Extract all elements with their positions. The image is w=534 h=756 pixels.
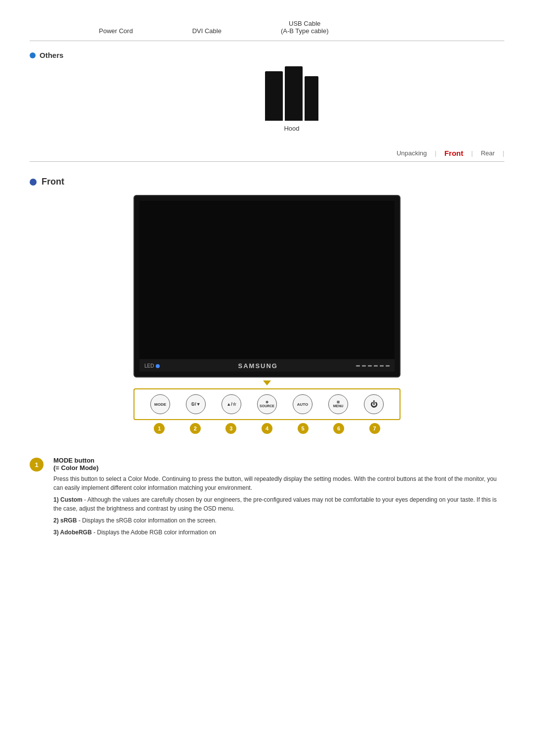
desc-para-3: 2) sRGB - Displays the sRGB color inform…: [53, 516, 504, 525]
control-panel: MODE ①/▼ ▲/☆ ⊕ SOURCE: [134, 388, 400, 420]
hood-area: Hood: [79, 66, 504, 132]
desc-para-1: Press this button to select a Color Mode…: [53, 474, 504, 492]
auto-circle[interactable]: AUTO: [293, 394, 312, 414]
monitor-screen: [139, 201, 395, 359]
brightness-circle[interactable]: ▲/☆: [222, 394, 241, 414]
badge-2: 2: [190, 423, 201, 434]
arrow-down-icon: [263, 380, 271, 385]
source-label: SOURCE: [260, 404, 274, 408]
hood-label: Hood: [284, 125, 299, 132]
updown-circle[interactable]: ①/▼: [186, 394, 206, 414]
monitor-btn-6: [386, 365, 390, 367]
dvi-cable-label: DVI Cable: [192, 27, 222, 35]
desc-para-2: 1) Custom - Although the values are care…: [53, 495, 504, 513]
source-circle[interactable]: ⊕ SOURCE: [257, 394, 277, 414]
monitor-bottom-bar: LED SAMSUNG: [139, 359, 395, 372]
badge-1: 1: [154, 423, 165, 434]
monitor-btn-4: [374, 365, 378, 367]
monitor-btn-1: [356, 365, 360, 367]
tab-front[interactable]: Front: [437, 147, 471, 159]
ctrl-mode-btn[interactable]: MODE: [150, 394, 170, 414]
mode-circle[interactable]: MODE: [150, 394, 170, 414]
hood-piece-center: [285, 66, 303, 121]
desc-badge-1: 1: [30, 458, 44, 472]
tab-rear[interactable]: Rear: [473, 147, 502, 159]
front-title: Front: [42, 177, 64, 187]
nav-tabs: Unpacking | Front | Rear |: [30, 147, 504, 162]
auto-symbol: AUTO: [297, 402, 309, 407]
others-dot-icon: [30, 52, 36, 58]
badge-5: 5: [298, 423, 309, 434]
menu-circle[interactable]: ⊞ MENU: [328, 394, 348, 414]
hood-image: [265, 66, 318, 121]
tab-unpacking[interactable]: Unpacking: [389, 147, 435, 159]
ctrl-power-btn[interactable]: ⏻: [364, 394, 384, 414]
led-label: LED: [144, 363, 154, 369]
mode-symbol: MODE: [154, 402, 166, 407]
menu-label: MENU: [333, 404, 344, 408]
desc-content-1: MODE button(= Color Mode) Press this but…: [53, 457, 504, 540]
hood-piece-left: [265, 71, 283, 121]
ctrl-brightness-btn[interactable]: ▲/☆: [222, 394, 241, 414]
power-cord-item: Power Cord: [99, 27, 133, 35]
monitor-btn-3: [368, 365, 372, 367]
power-cord-label: Power Cord: [99, 27, 133, 35]
samsung-brand: SAMSUNG: [238, 362, 278, 370]
power-circle[interactable]: ⏻: [364, 394, 384, 414]
updown-symbol: ①/▼: [191, 402, 200, 407]
monitor-btn-2: [362, 365, 366, 367]
desc-title-1: MODE button(= Color Mode): [53, 457, 504, 472]
menu-symbol: ⊞: [337, 400, 340, 404]
ctrl-menu-btn[interactable]: ⊞ MENU: [328, 394, 348, 414]
usb-cable-item: USB Cable(A-B Type cable): [281, 20, 329, 35]
led-dot-icon: [156, 364, 160, 368]
hood-piece-right: [305, 76, 318, 121]
desc-section: 1 MODE button(= Color Mode) Press this b…: [30, 457, 504, 540]
power-symbol: ⏻: [370, 400, 377, 408]
front-section: Front LED SAMSUNG: [30, 177, 504, 447]
badge-6: 6: [333, 423, 344, 434]
number-badges: 1 2 3 4 5 6 7: [134, 420, 400, 437]
usb-cable-label: USB Cable(A-B Type cable): [281, 20, 329, 35]
front-dot-icon: [30, 179, 37, 186]
source-symbol: ⊕: [266, 400, 268, 404]
desc-para-4: 3) AdobeRGB - Displays the Adobe RGB col…: [53, 528, 504, 537]
monitor-outer: LED SAMSUNG: [134, 195, 400, 378]
ctrl-updown-btn[interactable]: ①/▼: [186, 394, 206, 414]
monitor-led: LED: [144, 363, 160, 369]
badge-3: 3: [225, 423, 236, 434]
badge-7: 7: [369, 423, 380, 434]
monitor-buttons-row: [356, 365, 390, 367]
brightness-symbol: ▲/☆: [226, 402, 236, 407]
dvi-cable-item: DVI Cable: [192, 27, 222, 35]
others-section-title: Others: [40, 51, 63, 59]
tab-sep-3: |: [503, 149, 504, 157]
others-section-header: Others: [30, 51, 504, 59]
monitor-btn-5: [380, 365, 384, 367]
front-header: Front: [30, 177, 504, 187]
badge-4: 4: [262, 423, 272, 434]
monitor-container: LED SAMSUNG MODE: [30, 195, 504, 447]
ctrl-auto-btn[interactable]: AUTO: [293, 394, 312, 414]
cable-section: Power Cord DVI Cable USB Cable(A-B Type …: [30, 20, 504, 41]
ctrl-source-btn[interactable]: ⊕ SOURCE: [257, 394, 277, 414]
